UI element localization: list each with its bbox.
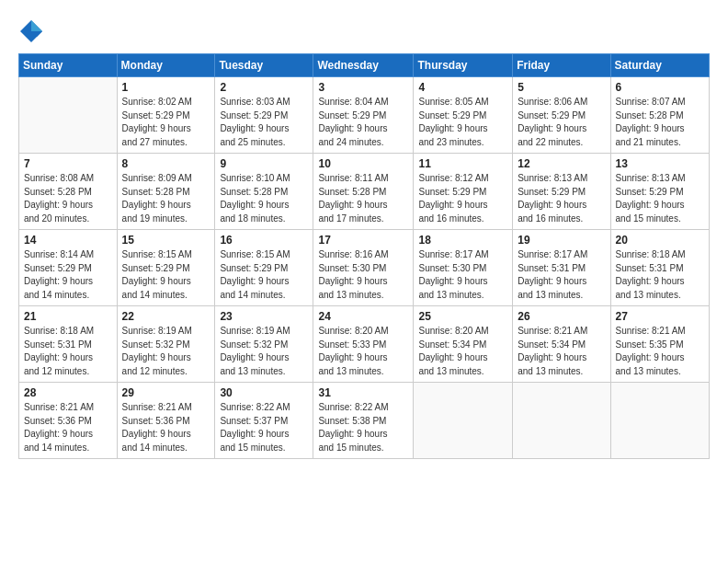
day-number: 25: [418, 310, 507, 323]
day-info: Sunrise: 8:21 AMSunset: 5:35 PMDaylight:…: [616, 325, 704, 378]
calendar-cell: 24Sunrise: 8:20 AMSunset: 5:33 PMDayligh…: [313, 306, 414, 383]
calendar-cell: 9Sunrise: 8:10 AMSunset: 5:28 PMDaylight…: [215, 154, 313, 230]
calendar-cell: 15Sunrise: 8:15 AMSunset: 5:29 PMDayligh…: [117, 230, 215, 306]
day-number: 21: [24, 310, 112, 323]
day-info: Sunrise: 8:14 AMSunset: 5:29 PMDaylight:…: [24, 248, 112, 302]
calendar-cell: 21Sunrise: 8:18 AMSunset: 5:31 PMDayligh…: [19, 306, 118, 383]
calendar-cell: 31Sunrise: 8:22 AMSunset: 5:38 PMDayligh…: [313, 383, 414, 459]
calendar-cell: [414, 383, 513, 459]
calendar-cell: 4Sunrise: 8:05 AMSunset: 5:29 PMDaylight…: [414, 77, 513, 154]
day-info: Sunrise: 8:15 AMSunset: 5:29 PMDaylight:…: [122, 248, 210, 302]
day-info: Sunrise: 8:10 AMSunset: 5:28 PMDaylight:…: [220, 172, 308, 225]
calendar-header-tuesday: Tuesday: [215, 54, 313, 77]
day-info: Sunrise: 8:11 AMSunset: 5:28 PMDaylight:…: [318, 172, 408, 225]
day-number: 20: [616, 234, 704, 247]
day-number: 28: [24, 386, 112, 399]
day-number: 13: [616, 157, 704, 170]
day-info: Sunrise: 8:21 AMSunset: 5:36 PMDaylight:…: [24, 401, 112, 454]
day-number: 11: [418, 157, 507, 170]
day-info: Sunrise: 8:06 AMSunset: 5:29 PMDaylight:…: [518, 96, 605, 149]
day-number: 17: [318, 234, 408, 247]
calendar-cell: 3Sunrise: 8:04 AMSunset: 5:29 PMDaylight…: [313, 77, 414, 154]
day-number: 4: [418, 81, 507, 94]
calendar-cell: 11Sunrise: 8:12 AMSunset: 5:29 PMDayligh…: [414, 154, 513, 230]
calendar-cell: [610, 383, 709, 459]
day-number: 1: [122, 81, 210, 94]
day-number: 19: [518, 234, 605, 247]
calendar-cell: 29Sunrise: 8:21 AMSunset: 5:36 PMDayligh…: [117, 383, 215, 459]
calendar-week-row: 1Sunrise: 8:02 AMSunset: 5:29 PMDaylight…: [19, 77, 710, 154]
day-info: Sunrise: 8:15 AMSunset: 5:29 PMDaylight:…: [220, 248, 308, 302]
day-info: Sunrise: 8:20 AMSunset: 5:33 PMDaylight:…: [318, 325, 408, 378]
calendar-cell: 26Sunrise: 8:21 AMSunset: 5:34 PMDayligh…: [513, 306, 610, 383]
calendar-cell: 27Sunrise: 8:21 AMSunset: 5:35 PMDayligh…: [610, 306, 709, 383]
logo-icon: [18, 18, 44, 44]
calendar-cell: 14Sunrise: 8:14 AMSunset: 5:29 PMDayligh…: [19, 230, 118, 306]
day-info: Sunrise: 8:20 AMSunset: 5:34 PMDaylight:…: [418, 325, 507, 378]
day-number: 24: [318, 310, 408, 323]
calendar-table: SundayMondayTuesdayWednesdayThursdayFrid…: [18, 53, 710, 459]
calendar-cell: 16Sunrise: 8:15 AMSunset: 5:29 PMDayligh…: [215, 230, 313, 306]
calendar-cell: 1Sunrise: 8:02 AMSunset: 5:29 PMDaylight…: [117, 77, 215, 154]
calendar-header-wednesday: Wednesday: [313, 54, 414, 77]
day-info: Sunrise: 8:08 AMSunset: 5:28 PMDaylight:…: [24, 172, 112, 225]
day-number: 16: [220, 234, 308, 247]
day-number: 8: [122, 157, 210, 170]
day-info: Sunrise: 8:02 AMSunset: 5:29 PMDaylight:…: [122, 96, 210, 149]
calendar-header-saturday: Saturday: [610, 54, 709, 77]
calendar-cell: [19, 77, 118, 154]
day-number: 22: [122, 310, 210, 323]
day-info: Sunrise: 8:13 AMSunset: 5:29 PMDaylight:…: [616, 172, 704, 225]
day-info: Sunrise: 8:13 AMSunset: 5:29 PMDaylight:…: [518, 172, 605, 225]
svg-marker-1: [31, 20, 42, 31]
day-number: 10: [318, 157, 408, 170]
day-number: 23: [220, 310, 308, 323]
calendar-cell: [513, 383, 610, 459]
day-info: Sunrise: 8:17 AMSunset: 5:30 PMDaylight:…: [418, 248, 507, 302]
day-info: Sunrise: 8:19 AMSunset: 5:32 PMDaylight:…: [122, 325, 210, 378]
calendar-header-row: SundayMondayTuesdayWednesdayThursdayFrid…: [19, 54, 710, 77]
calendar-cell: 22Sunrise: 8:19 AMSunset: 5:32 PMDayligh…: [117, 306, 215, 383]
day-info: Sunrise: 8:17 AMSunset: 5:31 PMDaylight:…: [518, 248, 605, 302]
day-number: 9: [220, 157, 308, 170]
calendar-week-row: 21Sunrise: 8:18 AMSunset: 5:31 PMDayligh…: [19, 306, 710, 383]
day-number: 26: [518, 310, 605, 323]
day-number: 14: [24, 234, 112, 247]
calendar-cell: 28Sunrise: 8:21 AMSunset: 5:36 PMDayligh…: [19, 383, 118, 459]
day-info: Sunrise: 8:16 AMSunset: 5:30 PMDaylight:…: [318, 248, 408, 302]
calendar-header-sunday: Sunday: [19, 54, 118, 77]
day-info: Sunrise: 8:05 AMSunset: 5:29 PMDaylight:…: [418, 96, 507, 149]
calendar-cell: 13Sunrise: 8:13 AMSunset: 5:29 PMDayligh…: [610, 154, 709, 230]
calendar-cell: 5Sunrise: 8:06 AMSunset: 5:29 PMDaylight…: [513, 77, 610, 154]
day-number: 31: [318, 386, 408, 399]
calendar-cell: 23Sunrise: 8:19 AMSunset: 5:32 PMDayligh…: [215, 306, 313, 383]
calendar-cell: 12Sunrise: 8:13 AMSunset: 5:29 PMDayligh…: [513, 154, 610, 230]
calendar-cell: 18Sunrise: 8:17 AMSunset: 5:30 PMDayligh…: [414, 230, 513, 306]
day-number: 3: [318, 81, 408, 94]
calendar-cell: 7Sunrise: 8:08 AMSunset: 5:28 PMDaylight…: [19, 154, 118, 230]
day-info: Sunrise: 8:21 AMSunset: 5:34 PMDaylight:…: [518, 325, 605, 378]
day-info: Sunrise: 8:03 AMSunset: 5:29 PMDaylight:…: [220, 96, 308, 149]
calendar-cell: 25Sunrise: 8:20 AMSunset: 5:34 PMDayligh…: [414, 306, 513, 383]
header: [18, 15, 710, 44]
day-info: Sunrise: 8:18 AMSunset: 5:31 PMDaylight:…: [24, 325, 112, 378]
calendar-cell: 8Sunrise: 8:09 AMSunset: 5:28 PMDaylight…: [117, 154, 215, 230]
day-info: Sunrise: 8:22 AMSunset: 5:38 PMDaylight:…: [318, 401, 408, 454]
day-number: 7: [24, 157, 112, 170]
day-info: Sunrise: 8:21 AMSunset: 5:36 PMDaylight:…: [122, 401, 210, 454]
calendar-week-row: 7Sunrise: 8:08 AMSunset: 5:28 PMDaylight…: [19, 154, 710, 230]
day-number: 15: [122, 234, 210, 247]
day-number: 5: [518, 81, 605, 94]
page: SundayMondayTuesdayWednesdayThursdayFrid…: [0, 0, 728, 563]
day-number: 12: [518, 157, 605, 170]
day-number: 27: [616, 310, 704, 323]
calendar-cell: 30Sunrise: 8:22 AMSunset: 5:37 PMDayligh…: [215, 383, 313, 459]
calendar-cell: 19Sunrise: 8:17 AMSunset: 5:31 PMDayligh…: [513, 230, 610, 306]
calendar-week-row: 28Sunrise: 8:21 AMSunset: 5:36 PMDayligh…: [19, 383, 710, 459]
calendar-week-row: 14Sunrise: 8:14 AMSunset: 5:29 PMDayligh…: [19, 230, 710, 306]
calendar-cell: 2Sunrise: 8:03 AMSunset: 5:29 PMDaylight…: [215, 77, 313, 154]
day-info: Sunrise: 8:18 AMSunset: 5:31 PMDaylight:…: [616, 248, 704, 302]
calendar-cell: 10Sunrise: 8:11 AMSunset: 5:28 PMDayligh…: [313, 154, 414, 230]
day-info: Sunrise: 8:19 AMSunset: 5:32 PMDaylight:…: [220, 325, 308, 378]
day-number: 30: [220, 386, 308, 399]
